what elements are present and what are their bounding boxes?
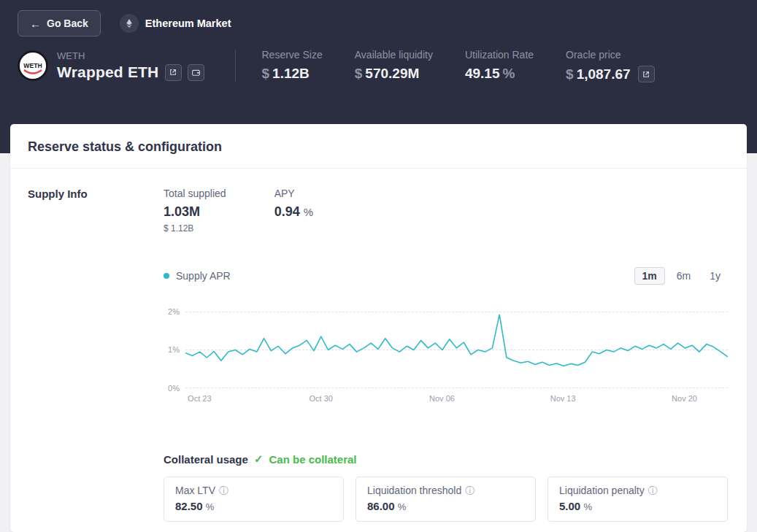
- percent-sign: %: [502, 66, 515, 82]
- x-tick-4: Nov 20: [672, 394, 697, 403]
- external-link-icon: [169, 68, 177, 77]
- chart-plot-area[interactable]: [185, 296, 728, 388]
- liquidation-threshold-box: Liquidation threshold ⓘ 86.00 %: [356, 477, 536, 522]
- add-to-wallet-button[interactable]: [188, 64, 204, 81]
- stat-reserve-size: Reserve Size $1.12B: [262, 49, 323, 82]
- collateral-usage-row: Collateral usage ✓ Can be collateral: [164, 452, 728, 466]
- metric-total-supplied: Total supplied 1.03M $ 1.12B: [164, 188, 226, 234]
- stat-value: 49.15%: [465, 66, 534, 82]
- external-link-icon: [642, 70, 650, 79]
- breadcrumb: ← Go Back Ethereum Market: [18, 10, 739, 36]
- percent-sign: %: [583, 501, 592, 512]
- info-icon[interactable]: ⓘ: [465, 486, 474, 496]
- stat-utilization-rate: Utilization Rate 49.15%: [465, 49, 534, 82]
- metric-apy: APY 0.94 %: [274, 188, 313, 234]
- x-tick-3: Nov 13: [550, 394, 576, 403]
- panel-title: Reserve status & configuration: [10, 124, 747, 169]
- stat-label: Oracle price: [566, 49, 655, 61]
- range-1y-button[interactable]: 1y: [702, 268, 728, 284]
- y-tick-1: 1%: [168, 345, 180, 354]
- supply-apr-chart: 2% 1% 0% Oct 23 Oct 30: [164, 296, 728, 410]
- chart-y-axis: 2% 1% 0%: [164, 296, 185, 388]
- currency-sign: $: [262, 66, 270, 82]
- x-tick-0: Oct 23: [188, 394, 211, 403]
- asset-name-title: Wrapped ETH: [57, 63, 159, 81]
- stat-label: Utilization Rate: [465, 49, 534, 61]
- collateral-info-boxes: Max LTV ⓘ 82.50 % Liquidation threshold …: [164, 477, 728, 522]
- chart-x-axis: Oct 23 Oct 30 Nov 06 Nov 13 Nov 20: [185, 394, 728, 410]
- header-divider: [235, 50, 236, 82]
- supply-apr-legend-label: Supply APR: [176, 270, 231, 282]
- collateral-usage-label: Collateral usage: [164, 453, 248, 466]
- view-on-explorer-button[interactable]: [165, 64, 182, 81]
- go-back-button[interactable]: ← Go Back: [18, 10, 101, 36]
- stat-value: $1.12B: [262, 66, 323, 82]
- weth-logo: WETH: [18, 50, 48, 81]
- oracle-external-link-button[interactable]: [638, 66, 655, 82]
- percent-sign: %: [304, 206, 313, 218]
- time-range-selector: 1m 6m 1y: [634, 267, 728, 285]
- stat-available-liquidity: Available liquidity $570.29M: [355, 49, 433, 82]
- x-tick-2: Nov 06: [429, 394, 455, 403]
- liquidation-penalty-box: Liquidation penalty ⓘ 5.00 %: [547, 477, 728, 522]
- check-icon: ✓: [254, 452, 264, 466]
- percent-sign: %: [206, 501, 215, 512]
- currency-sign: $: [566, 66, 574, 82]
- apr-line-svg: [185, 296, 728, 388]
- ethereum-icon: [120, 14, 139, 33]
- reserve-config-panel: Reserve status & configuration Supply In…: [10, 124, 747, 532]
- can-be-collateral-status: Can be collateral: [269, 453, 356, 466]
- y-tick-0: 0%: [168, 384, 180, 393]
- asset-summary: WETH WETH Wrapped ETH: [18, 49, 739, 82]
- max-ltv-box: Max LTV ⓘ 82.50 %: [164, 477, 344, 522]
- stat-value: $570.29M: [355, 66, 433, 82]
- asset-names: WETH Wrapped ETH: [57, 50, 204, 81]
- percent-sign: %: [398, 501, 407, 512]
- wallet-icon: [191, 68, 201, 77]
- reserve-stats: Reserve Size $1.12B Available liquidity …: [262, 49, 655, 82]
- stat-label: Available liquidity: [355, 49, 433, 61]
- svg-text:WETH: WETH: [23, 62, 42, 69]
- go-back-label: Go Back: [47, 18, 88, 29]
- stat-label: Reserve Size: [262, 49, 323, 61]
- info-icon[interactable]: ⓘ: [219, 486, 228, 496]
- supply-info-label: Supply Info: [28, 188, 164, 200]
- y-tick-2: 2%: [168, 307, 180, 316]
- back-arrow-icon: ←: [30, 18, 41, 29]
- asset-symbol: WETH: [57, 50, 204, 61]
- info-icon[interactable]: ⓘ: [648, 486, 658, 496]
- stat-value: $1,087.67: [566, 66, 655, 82]
- supply-apr-legend-dot: [164, 273, 169, 279]
- asset-identity: WETH WETH Wrapped ETH: [18, 50, 204, 81]
- currency-sign: $: [355, 66, 363, 82]
- range-1m-button[interactable]: 1m: [634, 267, 665, 285]
- stat-oracle-price: Oracle price $1,087.67: [566, 49, 655, 82]
- market-selector[interactable]: Ethereum Market: [120, 14, 231, 33]
- x-tick-1: Oct 30: [310, 394, 333, 403]
- total-supplied-usd: $ 1.12B: [164, 223, 226, 234]
- supply-metrics: Total supplied 1.03M $ 1.12B APY 0.94 %: [164, 188, 728, 234]
- range-6m-button[interactable]: 6m: [669, 268, 698, 284]
- market-label: Ethereum Market: [145, 18, 231, 29]
- chart-legend-row: Supply APR 1m 6m 1y: [164, 267, 728, 285]
